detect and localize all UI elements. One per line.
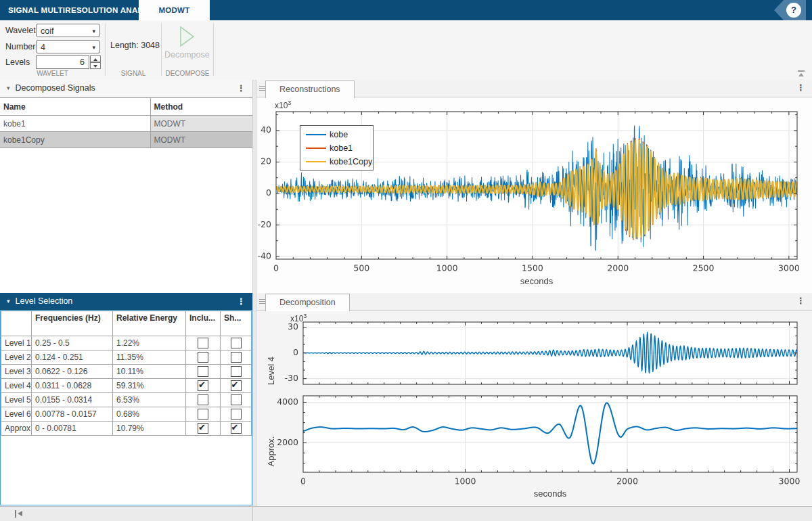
table-row[interactable]: Approx. 0 - 0.00781 10.79% [1, 422, 252, 436]
levels-decrement-button[interactable] [90, 62, 101, 69]
legend[interactable]: kobe kobe1 kobe1Copy [300, 125, 374, 171]
frequency-cell: 0.124 - 0.251 [32, 350, 113, 365]
status-bar-divider [252, 507, 253, 521]
table-row[interactable]: Level 4 0.0311 - 0.0628 59.31% [1, 379, 252, 393]
levels-label: Levels [5, 58, 30, 67]
panel-menu-icon[interactable]: ⋮ [796, 83, 805, 93]
show-checkbox[interactable] [231, 338, 242, 348]
legend-label: kobe [330, 130, 348, 139]
panel-menu-icon[interactable]: ⋮ [796, 296, 805, 306]
levels-increment-button[interactable] [90, 55, 101, 62]
tab-modwt[interactable]: MODWT [139, 0, 210, 20]
legend-item[interactable]: kobe [300, 128, 373, 141]
column-header-show[interactable]: Sh... [221, 311, 252, 336]
collapse-toolstrip-button[interactable] [797, 70, 805, 77]
energy-cell: 11.35% [113, 350, 186, 365]
decomposition-tabstrip: Decomposition ⋮ [256, 293, 812, 311]
include-checkbox[interactable] [198, 409, 208, 420]
level-selection-header[interactable]: ▾Level Selection ⋮ [0, 293, 252, 311]
show-checkbox[interactable] [231, 394, 242, 405]
table-row[interactable]: Level 2 0.124 - 0.251 11.35% [1, 350, 252, 365]
level-label-cell: Level 2 [1, 350, 32, 365]
show-checkbox[interactable] [231, 409, 242, 420]
legend-label: kobe1Copy [330, 157, 372, 166]
panel-menu-icon[interactable]: ⋮ [237, 293, 246, 310]
level-label-cell: Level 1 [1, 336, 32, 350]
column-header-blank [1, 311, 32, 336]
collapse-panel-icon[interactable]: ▾ [7, 293, 10, 310]
tab-reconstructions[interactable]: Reconstructions [265, 81, 355, 98]
decomposition-plot[interactable] [256, 311, 812, 505]
energy-cell: 1.22% [113, 336, 186, 350]
levels-input[interactable]: 6 [36, 55, 89, 69]
toolstrip-separator [161, 23, 162, 76]
table-row[interactable]: Level 6 0.00778 - 0.0157 0.68% [1, 407, 252, 422]
table-row[interactable]: kobe1Copy MODWT [0, 132, 252, 148]
legend-item[interactable]: kobe1 [300, 141, 373, 155]
column-header-include[interactable]: Inclu... [186, 311, 221, 336]
column-header-frequencies[interactable]: Frequencies (Hz) [32, 311, 113, 336]
level-label-cell: Level 5 [1, 393, 32, 407]
table-row[interactable]: Level 3 0.0622 - 0.126 10.11% [1, 365, 252, 379]
status-bar [0, 506, 812, 521]
show-checkbox[interactable] [231, 352, 242, 363]
column-header-energy[interactable]: Relative Energy [113, 311, 186, 336]
legend-item[interactable]: kobe1Copy [300, 155, 373, 168]
energy-cell: 59.31% [113, 379, 186, 393]
y-axis-label-approx: Approx. [266, 420, 277, 482]
number-dropdown[interactable]: 4 ▾ [36, 40, 100, 53]
frequency-cell: 0.0155 - 0.0314 [32, 393, 113, 407]
collapse-left-panel-icon[interactable] [15, 510, 24, 518]
help-icon: ? [786, 3, 801, 18]
signal-multiresolution-analyzer-window: SIGNAL MULTIRESOLUTION ANALYZER MODWT ? … [0, 0, 812, 521]
frequency-cell: 0.0311 - 0.0628 [32, 379, 113, 393]
include-checkbox[interactable] [198, 380, 208, 391]
table-row[interactable]: kobe1 MODWT [0, 116, 252, 132]
play-icon [177, 25, 197, 48]
legend-line-sample [306, 161, 326, 162]
column-header-name[interactable]: Name [0, 98, 150, 116]
section-label-decompose: DECOMPOSE [162, 70, 213, 77]
wavelet-dropdown[interactable]: coif ▾ [36, 24, 100, 37]
include-checkbox[interactable] [198, 352, 208, 363]
toolstrip: Wavelet coif ▾ Number 4 ▾ Levels 6 WAVEL… [0, 20, 812, 81]
table-header-row: Name Method [0, 98, 252, 116]
toolstrip-separator [213, 23, 214, 76]
energy-cell: 0.68% [113, 407, 186, 422]
level-selection-body: Frequencies (Hz) Relative Energy Inclu..… [0, 310, 252, 505]
include-checkbox[interactable] [198, 366, 208, 377]
frequency-cell: 0.25 - 0.5 [32, 336, 113, 350]
number-label: Number [5, 42, 35, 51]
decomposed-signals-header[interactable]: ▾Decomposed Signals ⋮ [0, 80, 252, 97]
section-label-wavelet: WAVELET [0, 70, 105, 77]
wavelet-value: coif [41, 26, 53, 36]
level-selection-title: Level Selection [16, 296, 73, 306]
table-header-row: Frequencies (Hz) Relative Energy Inclu..… [1, 311, 252, 336]
frequency-cell: 0 - 0.00781 [32, 422, 113, 436]
decompose-button[interactable]: Decompose [164, 23, 209, 72]
include-checkbox[interactable] [198, 423, 208, 434]
wavelet-label: Wavelet [5, 26, 36, 35]
show-checkbox[interactable] [231, 380, 242, 391]
include-checkbox[interactable] [198, 394, 208, 405]
collapse-panel-icon[interactable]: ▾ [7, 80, 10, 97]
panel-options-icon[interactable] [259, 299, 265, 304]
reconstructions-panel: Reconstructions ⋮ x103 kobe kobe1 kobe1C… [256, 80, 812, 293]
show-checkbox[interactable] [231, 366, 242, 377]
tab-decomposition[interactable]: Decomposition [265, 294, 350, 311]
toolstrip-separator [105, 23, 106, 76]
left-column: ▾Decomposed Signals ⋮ Name Method kobe1 … [0, 80, 252, 506]
signal-name-cell: kobe1Copy [0, 132, 150, 148]
legend-line-sample [306, 134, 326, 135]
level-label-cell: Level 4 [1, 379, 32, 393]
panel-options-icon[interactable] [259, 86, 265, 91]
help-button[interactable]: ? [774, 0, 806, 20]
include-checkbox[interactable] [198, 338, 208, 348]
table-row[interactable]: Level 1 0.25 - 0.5 1.22% [1, 336, 252, 350]
column-header-method[interactable]: Method [150, 98, 252, 116]
chevron-down-icon: ▾ [92, 41, 95, 54]
level-selection-table: Frequencies (Hz) Relative Energy Inclu..… [1, 311, 252, 436]
show-checkbox[interactable] [231, 423, 242, 434]
panel-menu-icon[interactable]: ⋮ [237, 80, 246, 97]
table-row[interactable]: Level 5 0.0155 - 0.0314 6.53% [1, 393, 252, 407]
